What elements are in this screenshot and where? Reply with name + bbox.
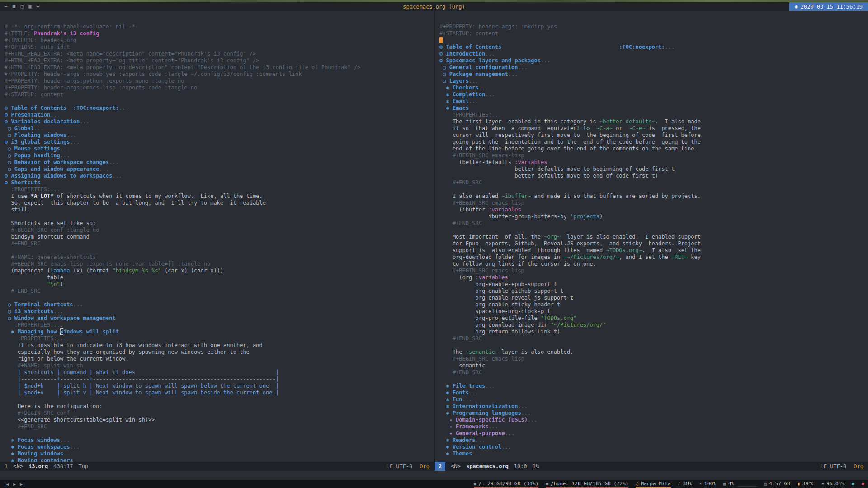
text-run: ...	[528, 417, 538, 423]
text-run: ○ Layers	[439, 78, 469, 84]
text-run: indows will split	[63, 328, 119, 335]
text-run: =~/Pictures/org/=	[564, 254, 619, 260]
editor-line: I also enabled ~ibuffer~ and made it so …	[439, 193, 868, 200]
network-indicator-module[interactable]: ●	[852, 480, 854, 488]
text-run: especially how they are organized by spa…	[5, 349, 250, 355]
text-run: =RET=	[671, 254, 688, 260]
player-icon: ♫	[636, 481, 638, 486]
text-run: ...	[80, 118, 90, 125]
window-title: spacemacs.org (Org)	[403, 4, 465, 10]
editor-line: ✱ Focus workspaces...	[5, 444, 434, 450]
editor-line: ✱ Version control...	[439, 444, 868, 450]
editor-line: ⊕ Presentation...	[5, 112, 434, 118]
alert-indicator-module[interactable]: ●	[862, 480, 864, 488]
text-run: ⊕ Spacemacs layers and packages	[439, 57, 541, 64]
text-run: ⊕ Presentation	[5, 112, 50, 118]
text-run: ...	[50, 112, 60, 118]
editor-line: still.	[5, 206, 434, 213]
text-run: ...	[479, 84, 489, 91]
memory-module[interactable]: ▤4.57 GB	[764, 480, 790, 488]
editor-line: table	[5, 274, 434, 281]
clock-widget[interactable]: ◉ 2020-03-15 11:56:19	[789, 2, 868, 11]
player-module[interactable]: ♫Marpa Mila	[636, 480, 670, 488]
previous-track-icon[interactable]: |◀	[4, 482, 9, 487]
text-run: ⊕ i3 global settings	[5, 139, 70, 145]
disk-home-value: /home: 126 GB/185 GB (72%)	[551, 481, 628, 487]
desktop: ─≡▢▣+ spacemacs.org (Org) ◉ 2020-03-15 1…	[0, 0, 868, 488]
editor-line: #+INCLUDE: headers.org	[5, 37, 434, 44]
text-run: ✱ Managing how	[5, 328, 60, 335]
editor-line: :PROPERTIES:...	[5, 335, 434, 342]
editor-line: ○ Window and workspace management	[5, 315, 434, 322]
editor-line: ✱ Programming languages...	[439, 410, 868, 417]
editor-line	[439, 376, 868, 383]
text-run: #+END_SRC	[439, 335, 482, 342]
text-run: ...	[469, 78, 479, 84]
editor-line: going past the indentation and to the en…	[439, 139, 868, 145]
text-run: ✱ Internationalization	[439, 403, 518, 409]
next-track-icon[interactable]: ▶|	[20, 482, 25, 487]
left-buffer[interactable]: # -*- org-confirm-babel-evaluate: nil -*…	[0, 11, 434, 462]
text-run: (mapconcat (	[5, 267, 50, 274]
text-run: org-enable-reveal-js-support t	[439, 295, 573, 301]
text-run: The first layer enabled in this category…	[439, 118, 599, 125]
window-icon[interactable]: ▢	[20, 4, 24, 9]
editor-line: bindsym shortcut command	[5, 234, 434, 240]
text-run: ⊕ Shortcuts	[5, 179, 40, 186]
text-run: ...	[521, 410, 531, 416]
volume-module[interactable]: ♪38%	[678, 480, 692, 488]
editor-line: ✱ Focus windows...	[5, 437, 434, 444]
editor-line: #+HTML_HEAD_EXTRA: <meta property="og:de…	[5, 64, 434, 71]
play-icon[interactable]: ▶	[13, 482, 16, 487]
editor-line: #+PROPERTY: header-args: :mkdirp yes	[439, 23, 868, 30]
cursor-hollow: w	[60, 328, 63, 335]
text-run: #+PROPERTY: header-args: :mkdirp yes	[439, 23, 557, 30]
text-run: semantic	[439, 362, 485, 369]
text-run: ○ Package management	[439, 71, 508, 77]
grid-icon[interactable]: ▣	[28, 4, 32, 9]
right-buffer[interactable]: #+PROPERTY: header-args: :mkdirp yes#+ST…	[435, 11, 868, 462]
text-run: (ibuffer	[439, 206, 488, 213]
editor-line: #+BEGIN_SRC emacs-lisp	[439, 267, 868, 274]
text-run: "\n"	[47, 281, 60, 287]
minimize-icon[interactable]: ─	[5, 4, 8, 9]
editor-line: ✱ Completion...	[439, 91, 868, 98]
text-run: org-return-follows-link t)	[439, 328, 560, 335]
brightness-module[interactable]: ☀100%	[699, 480, 716, 488]
plus-icon[interactable]: +	[37, 4, 40, 9]
text-run: org-download folder for images in	[439, 254, 564, 260]
text-run: ...	[541, 57, 551, 64]
editor-line: It is possible to indicate to i3 how win…	[5, 342, 434, 349]
disk-home-module[interactable]: ●/home: 126 GB/185 GB (72%)	[546, 480, 628, 488]
text-run: ...	[505, 430, 515, 436]
text-run: ⊕ Introduction	[439, 51, 485, 57]
battery-module[interactable]: ≣96.01%	[821, 480, 844, 488]
text-run: org-enable-sticky-header t	[439, 301, 560, 308]
cpu-module[interactable]: ▦4%________	[723, 480, 757, 488]
major-mode-indicator: Org	[420, 463, 429, 469]
editor-line: ✱ File trees...	[439, 383, 868, 389]
text-run: ✱ Emacs	[439, 105, 469, 111]
text-run: ...	[63, 450, 73, 457]
text-run: #+END_SRC	[5, 240, 40, 247]
text-run: ~semantic~	[466, 349, 498, 355]
text-run: ✱ Version control	[439, 444, 501, 450]
editor-line: end of the line before going over the en…	[439, 145, 868, 152]
menu-icon[interactable]: ≡	[13, 4, 16, 9]
text-run: Here is the configuration:	[5, 403, 103, 409]
editor-line: :PROPERTIES:...	[439, 112, 868, 118]
temperature-module[interactable]: ▮39°C	[797, 480, 815, 488]
editor-line: | shortcuts | command | what it does |	[5, 369, 434, 376]
text-run: #+BEGIN_SRC emacs-lisp	[439, 200, 524, 206]
disk-home-icon: ●	[546, 481, 548, 486]
editor-line: ✱ Readers...	[439, 437, 868, 444]
editor-line	[439, 186, 868, 193]
text-run: Phundrak's i3 config	[34, 30, 99, 37]
editor-line: #+BEGIN_SRC conf :tangle no	[5, 227, 434, 234]
disk-root-module[interactable]: ●/: 29 GB/98 GB (31%)	[474, 480, 538, 488]
major-mode-indicator: Org	[854, 463, 863, 469]
text-run: ~C-e~	[629, 125, 645, 131]
text-run: bindsym shortcut command	[5, 234, 90, 240]
editor-line: org-enable-github-support t	[439, 288, 868, 295]
battery-icon: ≣	[821, 481, 824, 486]
